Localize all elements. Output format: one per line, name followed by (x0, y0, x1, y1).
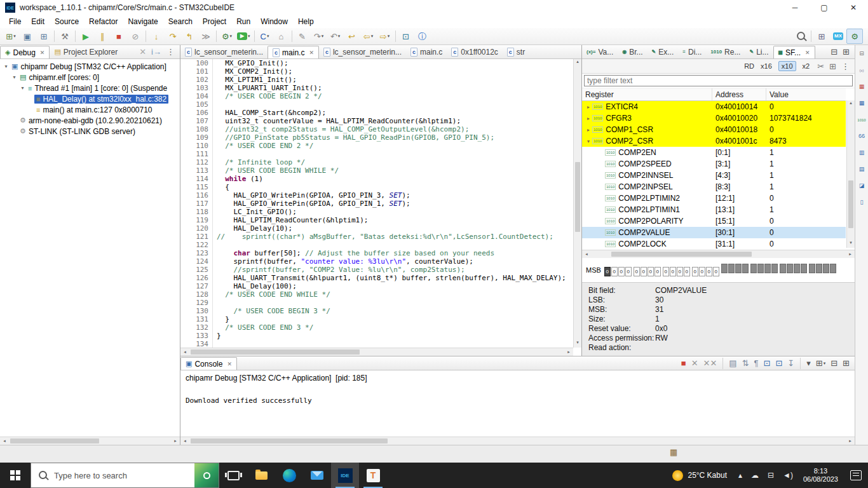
tree-item[interactable]: ⚙arm-none-eabi-gdb (10.2.90.20210621) (18, 116, 164, 125)
scroll-down-arrow-icon[interactable]: ▾ (847, 240, 855, 248)
build-all-button[interactable]: ⚒ (57, 29, 73, 44)
scroll-track[interactable] (591, 250, 846, 258)
suspend-button[interactable]: ∥ (94, 29, 111, 44)
tree-item[interactable]: ≡HAL_Delay() at stm32l0xx_hal.c:382 (34, 95, 168, 104)
tab-main-c[interactable]: cmain.c✕ (268, 46, 319, 59)
bit-cell[interactable]: 0 (654, 267, 661, 276)
maximize-button[interactable]: ▢ (810, 0, 839, 15)
sfr-row[interactable]: 1010COMP2POLARITY[15:1]0 (582, 215, 846, 227)
column-header-address[interactable]: Address (712, 88, 766, 100)
bit-cell[interactable]: 0 (670, 267, 676, 276)
bit-cell[interactable] (728, 264, 735, 273)
terminate-console-button[interactable]: ■ (680, 359, 688, 367)
weather-widget[interactable]: 25°C Kabut (665, 463, 734, 488)
step-return-button[interactable]: ↰ (181, 29, 198, 44)
bit-cell[interactable] (764, 264, 771, 273)
export-button[interactable]: ⊞ (828, 62, 837, 71)
scroll-thumb[interactable] (575, 162, 580, 232)
sfr-row[interactable]: 1010COMP2LPTIMIN1[13:1]1 (582, 204, 846, 215)
tree-item[interactable]: ≡main() at main.c:127 0x8000710 (34, 105, 154, 114)
menu-help[interactable]: Help (293, 16, 319, 27)
open-perspective-button[interactable]: ⊞ (813, 29, 830, 44)
next-annotation-button[interactable]: ↷▾ (311, 29, 327, 44)
menu-edit[interactable]: Edit (26, 16, 50, 27)
tab-project-explorer[interactable]: ▤Project Explorer (50, 45, 122, 58)
pin-console-button[interactable]: ↧ (786, 359, 796, 367)
minimize-panel-button[interactable]: ⊟ (829, 359, 839, 367)
debug-perspective-button[interactable]: ⚙ (846, 29, 863, 44)
resume-button[interactable]: ▶ (78, 29, 94, 44)
taskbar-stm32cubeide[interactable]: IDE (331, 463, 359, 488)
scroll-track[interactable] (189, 348, 564, 356)
tree-row[interactable]: ▾≡Thread #1 [main] 1 [core: 0] (Suspende (0, 83, 180, 93)
search-button[interactable] (792, 29, 809, 44)
bit-cell[interactable]: 0 (611, 267, 618, 276)
tab-str-tab[interactable]: cstr (503, 45, 529, 58)
bit-cell[interactable] (735, 264, 742, 273)
scroll-thumb[interactable] (611, 252, 752, 257)
menu-refactor[interactable]: Refactor (84, 16, 123, 27)
bit-cell[interactable]: 0 (699, 267, 705, 276)
fast-view-peripherals-view[interactable]: ▦ (857, 81, 867, 92)
search-highlight-image[interactable] (194, 463, 219, 487)
bit-cell[interactable]: 0 (648, 267, 654, 276)
save-all-button[interactable]: ⊞ (36, 29, 52, 44)
terminate-button[interactable]: ■ (111, 29, 127, 44)
tree-row[interactable]: ≡HAL_Delay() at stm32l0xx_hal.c:382 (0, 93, 180, 104)
clock[interactable]: 8:13 06/08/2023 (797, 463, 844, 488)
bit-cell[interactable] (801, 264, 807, 273)
tree-item[interactable]: ▤chipamr.elf [cores: 0] (18, 73, 101, 82)
terminal-button[interactable]: ⊡ (398, 29, 414, 44)
maximize-view-button[interactable]: ⊞ (841, 48, 851, 56)
close-icon[interactable]: ✕ (805, 50, 810, 56)
scroll-thumb[interactable] (191, 349, 360, 355)
taskbar-task-view[interactable] (219, 463, 247, 488)
cubemx-perspective-button[interactable]: MX (830, 29, 846, 44)
tab-breakpoints[interactable]: ◉Br... (618, 45, 647, 58)
tab-registers[interactable]: 1010Re... (706, 45, 745, 58)
bit-cell[interactable]: 0 (684, 267, 690, 276)
tab-expressions[interactable]: ✎Ex... (648, 45, 679, 58)
tree-row[interactable]: ⚙arm-none-eabi-gdb (10.2.90.20210621) (0, 115, 180, 126)
taskbar-mail[interactable] (303, 463, 331, 488)
remove-launch-button[interactable]: ✕ (690, 359, 700, 367)
twisty-icon[interactable]: ▾ (11, 74, 18, 80)
fast-view-device-view[interactable]: ▯ (857, 197, 867, 208)
sfr-row[interactable]: 1010COMP2EN[0:1]1 (582, 147, 846, 158)
toggle-annotations-button[interactable]: ✎ (294, 29, 311, 44)
editor-vscrollbar[interactable]: ▴▾ (573, 59, 581, 348)
bit-cell[interactable] (794, 264, 800, 273)
tree-item[interactable]: ≡Thread #1 [main] 1 [core: 0] (Suspende (26, 84, 169, 93)
notification-center-button[interactable] (844, 463, 868, 488)
tab-lc-sensor-1[interactable]: clc_sensor_meterin... (180, 45, 268, 58)
scroll-lock-button[interactable]: ⇅ (741, 359, 750, 367)
expand-icon[interactable]: ▸ (585, 127, 592, 133)
onedrive-icon[interactable]: ☁ (747, 471, 763, 480)
information-button[interactable]: ⓘ (414, 29, 431, 44)
new-c-project-button[interactable]: C▾ (257, 29, 273, 44)
save-button[interactable]: ▣ (19, 29, 36, 44)
previous-annotation-button[interactable]: ↶▾ (327, 29, 344, 44)
new-wizard-button[interactable]: ⊞▾ (3, 29, 19, 44)
maximize-panel-button[interactable]: ⊞ (841, 359, 851, 367)
last-edit-location-button[interactable]: ↩ (344, 29, 360, 44)
menu-source[interactable]: Source (50, 16, 84, 27)
tab-console[interactable]: ▣Console✕ (180, 357, 237, 370)
sfr-row[interactable]: ▸1010EXTICR40x400100140 (582, 101, 846, 112)
scroll-down-arrow-icon[interactable]: ▾ (574, 340, 581, 348)
bit-cell[interactable] (771, 264, 778, 273)
bit-cell[interactable] (750, 264, 757, 273)
bit-cell[interactable]: 0 (663, 267, 669, 276)
twisty-icon[interactable]: ▾ (19, 85, 26, 91)
scroll-thumb[interactable] (191, 438, 388, 444)
bit-cell[interactable] (823, 264, 829, 273)
fast-view-restore-view[interactable]: ⊟ (857, 48, 867, 59)
tree-item[interactable]: ▣chipamr Debug [STM32 C/C++ Application] (10, 62, 168, 71)
taskbar-edge[interactable] (275, 463, 303, 488)
tab-main-c-2[interactable]: cmain.c (406, 45, 447, 58)
bit-cell[interactable] (780, 264, 786, 273)
tree-row[interactable]: ⚙ST-LINK (ST-LINK GDB server) (0, 126, 180, 137)
bit-cell[interactable] (742, 264, 749, 273)
menu-file[interactable]: File (4, 16, 26, 27)
expand-icon[interactable]: ▸ (585, 104, 592, 110)
